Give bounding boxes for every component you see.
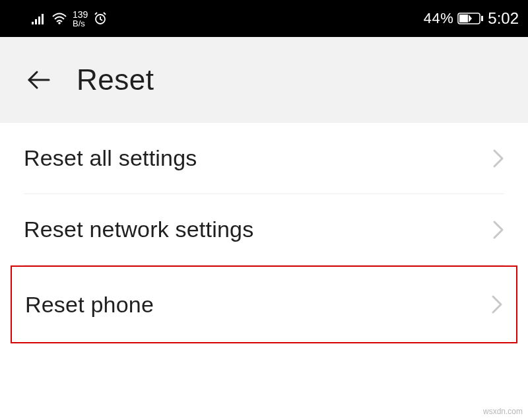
header: Reset: [0, 37, 528, 123]
svg-rect-0: [32, 22, 34, 24]
reset-all-settings-item[interactable]: Reset all settings: [24, 123, 504, 194]
battery-icon: [457, 12, 484, 25]
signal-icon: [32, 13, 46, 24]
item-label: Reset network settings: [24, 217, 253, 242]
watermark: wsxdn.com: [483, 407, 523, 416]
arrow-left-icon: [25, 67, 51, 93]
svg-rect-7: [459, 15, 468, 22]
chevron-right-icon: [492, 220, 504, 240]
battery-percent: 44%: [424, 10, 454, 27]
item-label: Reset all settings: [24, 145, 197, 171]
svg-rect-8: [481, 16, 483, 21]
back-button[interactable]: [24, 65, 53, 94]
netspeed-unit: B/s: [73, 19, 85, 28]
status-left: 139 B/s: [32, 10, 108, 28]
netspeed-value: 139: [73, 10, 88, 19]
svg-rect-1: [35, 19, 37, 24]
item-label: Reset phone: [25, 292, 154, 318]
page-title: Reset: [77, 63, 154, 96]
netspeed-indicator: 139 B/s: [73, 10, 88, 28]
svg-point-4: [58, 22, 61, 24]
reset-network-settings-item[interactable]: Reset network settings: [24, 194, 504, 265]
status-right: 44% 5:02: [424, 9, 519, 28]
chevron-right-icon: [492, 149, 504, 168]
status-bar: 139 B/s 44% 5:02: [0, 0, 528, 37]
reset-phone-item[interactable]: Reset phone: [11, 265, 517, 343]
svg-rect-3: [42, 14, 44, 24]
svg-rect-2: [38, 17, 40, 24]
wifi-icon: [51, 13, 67, 24]
chevron-right-icon: [491, 295, 503, 314]
settings-list: Reset all settings Reset network setting…: [0, 123, 528, 343]
clock: 5:02: [488, 9, 519, 28]
alarm-icon: [93, 11, 108, 26]
